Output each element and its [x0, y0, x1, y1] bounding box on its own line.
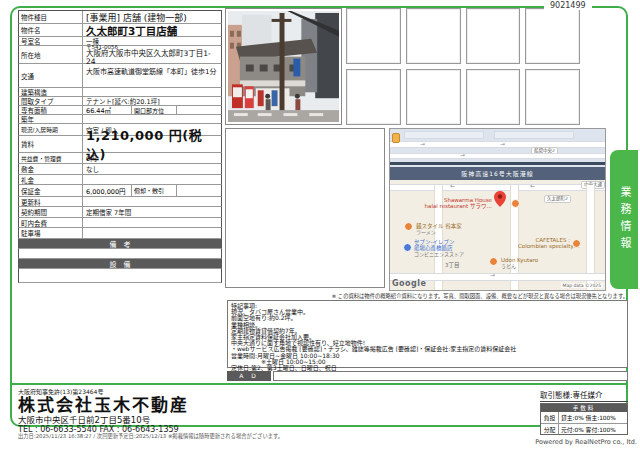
google-logo: Google [392, 279, 426, 288]
property-table: 物件種目 [事業用] 店舗 (建物一部) 物件名 久太郎町3丁目店舗 号室名 一… [18, 10, 222, 283]
fee-row: 分配 元付:0% 客付:100% [541, 423, 627, 434]
district-label: 3丁目 [445, 262, 460, 268]
photo-placeholder [466, 69, 521, 125]
expressway-label: 阪神高速16号大阪港線 [390, 167, 605, 180]
oneway-arrow-icon: → [500, 141, 505, 147]
table-row: 専有面積 66.44㎡ 開口部方位 [18, 106, 222, 115]
field-label: 築年 [19, 115, 83, 123]
field-label: 償却・敷引 [131, 185, 177, 196]
field-label: 礼金 [19, 175, 83, 184]
fee-row-label: 負担 [541, 412, 559, 423]
equipment-header-row: 設備 [18, 259, 222, 269]
main-photo-frame [225, 8, 342, 125]
output-date-note: 出力日:2025/11/23 16:38:27 / 次回更新予定日:2025/1… [18, 432, 283, 440]
floorplan-placeholder [225, 128, 385, 288]
powered-by: Powered by RealNetPro co., ltd. [535, 438, 637, 446]
fee-row: 負担 貸主:0% 借主:100% [541, 412, 627, 423]
field-label: 町内会費 [19, 218, 83, 227]
poi-label: Colombian specialty… [518, 243, 570, 249]
field-value [83, 222, 221, 224]
remarks-header: 備考 [19, 239, 221, 249]
poi-sublabel: コンビニエンスストア [414, 251, 464, 257]
company-name: 株式会社玉木不動産 [18, 396, 189, 415]
photo-placeholder [346, 8, 401, 64]
oneway-arrow-icon: → [460, 152, 465, 158]
poi-sublabel: ラーメン [416, 229, 436, 235]
equipment-header: 設備 [19, 259, 221, 269]
special-notes-box: 特記事項: 現況、タバコ屋さん営業中。 前面空地有り:約0.2坪。 業種相談。 … [227, 300, 628, 368]
property-sheet: 9021499 物件種目 [事業用] 店舗 (建物一部) 物件名 久太郎町3丁目… [0, 0, 640, 449]
field-label: 保証金 [19, 185, 83, 196]
fee-row-label: 分配 [541, 424, 559, 434]
document-number: 9021499 [544, 1, 592, 10]
equipment-value [19, 275, 221, 277]
building-photo-image [228, 11, 339, 122]
tab-business-info[interactable]: 業務情報 [610, 150, 638, 289]
ad-header: A D [227, 371, 271, 381]
fee-table-header: 手数料 [541, 404, 627, 412]
field-value [83, 232, 221, 234]
field-label: 交通 [19, 64, 83, 87]
photo-grid [346, 8, 580, 125]
restaurant-poi-icon [489, 257, 498, 266]
field-value: 定期借家 7年間 [83, 206, 221, 218]
road-label: 久太郎町2 [544, 195, 571, 203]
field-label: 間取タイプ [19, 97, 83, 105]
field-value [83, 91, 221, 93]
oneway-arrow-icon: ← [530, 183, 535, 189]
photo-placeholder [406, 69, 461, 125]
company-block: 大阪府知事免許(13)第23464号 株式会社玉木不動産 大阪市中央区千日前2丁… [18, 387, 189, 435]
field-label: 所在地 [19, 46, 83, 63]
ad-value-cell [273, 371, 628, 381]
field-label: 開口部方位 [131, 106, 177, 114]
field-label: 契約期間 [19, 207, 83, 217]
field-value: なし [83, 163, 221, 175]
table-row: 賃料 1,210,000 円(税込) [18, 136, 222, 153]
poi-label: halal restaurant サラワ… [424, 203, 492, 209]
field-label: 共益費・管理費 [19, 153, 83, 163]
field-value [83, 201, 221, 203]
field-value [177, 190, 221, 192]
ad-row: A D [227, 371, 628, 381]
field-value [83, 179, 221, 181]
fee-table: 手数料 負担 貸主:0% 借主:100% 分配 元付:0% 客付:100% [540, 403, 628, 435]
equipment-empty-row [18, 269, 222, 283]
table-row: 所在地 〒541-0056 大阪府大阪市中央区久太郎町3丁目1-24 [18, 46, 222, 64]
field-value: 大阪市高速軌道御堂筋線「本町」徒歩1分 [83, 64, 221, 77]
field-value [83, 118, 221, 120]
fee-row-value: 元付:0% 客付:100% [559, 425, 627, 434]
photo-placeholder [466, 8, 521, 64]
field-label: 更新料 [19, 197, 83, 206]
construction-icon [392, 133, 400, 143]
location-map[interactable]: → → 船場中央2 → 阪神高速16号大阪港線 ← ← 中央大通 久太郎町2 →… [389, 128, 606, 291]
photo-placeholder [525, 69, 580, 125]
remarks-value [19, 253, 221, 255]
map-pin-icon [494, 191, 506, 207]
photo-placeholder [406, 8, 461, 64]
table-row: 礼金 [18, 175, 222, 185]
company-address: 大阪市中央区千日前2丁目5番10号 [18, 415, 189, 425]
remarks-empty-row [18, 249, 222, 259]
field-value: 66.44㎡ [83, 104, 131, 116]
field-label: 号室名 [19, 37, 83, 45]
poi-sublabel: うどん [501, 263, 516, 269]
table-row: 交通 大阪市高速軌道御堂筋線「本町」徒歩1分 [18, 64, 222, 88]
oneway-arrow-icon: → [490, 272, 495, 278]
field-label: 敷金 [19, 164, 83, 174]
field-label: 現況/入居時期 [19, 124, 83, 135]
disclaimer-text: ※ この資料は物件の概略紹介資料になります。写真、間取図面、設備、概要などが現況… [332, 292, 628, 300]
field-label: 賃料 [19, 136, 83, 152]
restaurant-poi-icon [404, 222, 413, 231]
transaction-type: 取引態様:専任媒介 [540, 389, 628, 402]
photo-placeholder [525, 8, 580, 64]
section-divider [11, 383, 627, 385]
field-label: 専有面積 [19, 106, 83, 114]
table-row: 駐車場 [18, 228, 222, 239]
table-row: 町内会費 [18, 218, 222, 228]
remarks-header-row: 備考 [18, 239, 222, 249]
expressway-line [390, 162, 605, 165]
map-copyright: Map data ©2025 [561, 283, 603, 288]
table-row: 保証金 6,000,000円 償却・敷引 [18, 185, 222, 197]
field-label: 物件名 [19, 24, 83, 36]
photo-placeholder [346, 69, 401, 125]
